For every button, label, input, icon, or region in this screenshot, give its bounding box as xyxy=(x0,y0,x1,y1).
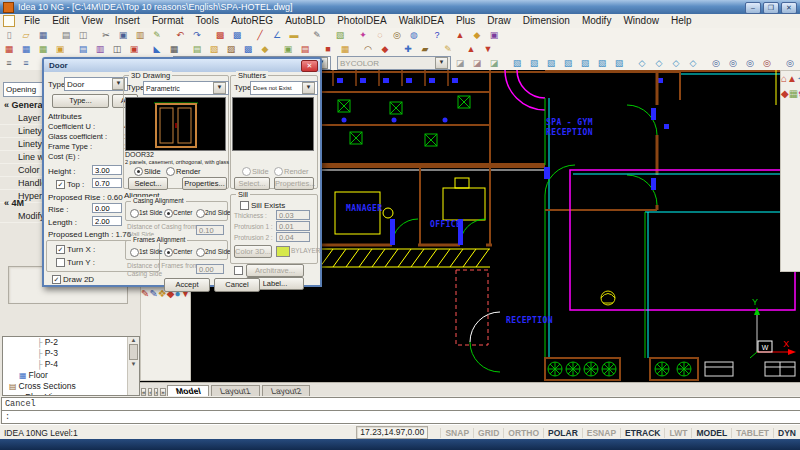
diamond-icon[interactable]: ◆ xyxy=(781,88,789,99)
color-combo[interactable]: BYCOLOR▼ xyxy=(337,56,451,70)
paste-icon[interactable]: ▥ xyxy=(132,28,148,42)
menu-item[interactable]: AutoBLD xyxy=(279,15,331,26)
roof-tool-icon[interactable]: ▲ xyxy=(787,73,797,84)
tree-item[interactable]: ▤Cross Sections xyxy=(3,381,139,392)
zoom-in-icon[interactable]: ◎ xyxy=(708,56,724,70)
maximize-button[interactable]: ❐ xyxy=(763,2,779,14)
zoom-out-icon[interactable]: ◎ xyxy=(725,56,741,70)
beam-icon[interactable]: ◆ xyxy=(257,42,273,56)
tree-item[interactable]: ├P-3 xyxy=(3,348,139,359)
cancel-button[interactable]: Cancel xyxy=(214,278,260,292)
grid-tool-icon[interactable]: ▦ xyxy=(789,88,798,99)
dialog-title[interactable]: Door xyxy=(44,59,320,72)
viewport-icon[interactable]: ◫ xyxy=(109,42,125,56)
arc-icon[interactable]: ◠ xyxy=(360,42,376,56)
close-button[interactable]: ✕ xyxy=(781,2,797,14)
door-icon[interactable]: ▦ xyxy=(35,42,51,56)
type-button[interactable]: Type... xyxy=(52,94,109,108)
toggle-ORTHO[interactable]: ORTHO xyxy=(503,428,543,438)
snap-settings-icon[interactable]: ▦ xyxy=(166,42,182,56)
tab-Model[interactable]: Model xyxy=(167,385,210,396)
view-icon[interactable]: ▣ xyxy=(126,42,142,56)
menu-item[interactable]: Tools xyxy=(190,15,225,26)
zoom-all-icon[interactable]: ◎ xyxy=(782,56,798,70)
frames-1st-radio[interactable] xyxy=(130,248,139,257)
menu-item[interactable]: Window xyxy=(617,15,665,26)
toggle-ESNAP[interactable]: ESNAP xyxy=(582,428,620,438)
tab-Layout1[interactable]: Layout1 xyxy=(211,385,259,396)
open-icon[interactable]: ▱ xyxy=(18,28,34,42)
tree-item[interactable]: ├P-4 xyxy=(3,359,139,370)
new-icon[interactable]: ▯ xyxy=(1,28,17,42)
menu-item[interactable]: Plus xyxy=(450,15,481,26)
format-painter-icon[interactable]: ✎ xyxy=(149,28,165,42)
toggle-ETRACK[interactable]: ETRACK xyxy=(620,428,664,438)
shade-gouraud-icon[interactable]: ◪ xyxy=(486,56,502,70)
view-ne-icon[interactable]: ▧ xyxy=(543,56,559,70)
view-front-icon[interactable]: ▧ xyxy=(594,56,610,70)
menu-item[interactable]: PhotoIDEA xyxy=(331,15,392,26)
roof-icon[interactable]: ▨ xyxy=(223,42,239,56)
zoom-previous-icon[interactable]: ◎ xyxy=(759,56,775,70)
settings-icon[interactable]: ▣ xyxy=(486,28,502,42)
draw-2d-checkbox[interactable]: ✓ xyxy=(52,275,61,284)
annotate-icon[interactable]: ✎ xyxy=(440,42,456,56)
turn-y-checkbox[interactable] xyxy=(56,258,65,267)
opening-icon[interactable]: ▦ xyxy=(18,42,34,56)
pen-icon[interactable]: ✎ xyxy=(149,288,157,299)
wall-icon[interactable]: ▦ xyxy=(1,42,17,56)
dialog-close-icon[interactable]: ✕ xyxy=(301,60,318,72)
iso-nw-icon[interactable]: ◇ xyxy=(685,56,701,70)
view-se-icon[interactable]: ▧ xyxy=(526,56,542,70)
grid-icon[interactable]: ▤ xyxy=(75,42,91,56)
dimension-icon[interactable]: ▰ xyxy=(417,42,433,56)
copy-entity-icon[interactable]: ▣ xyxy=(280,42,296,56)
top-input[interactable] xyxy=(92,178,122,188)
tab-nav-button[interactable]: › xyxy=(154,388,158,396)
tab-Layout2[interactable]: Layout2 xyxy=(262,385,310,396)
stairs-icon[interactable]: ▤ xyxy=(189,42,205,56)
casing-1st-radio[interactable] xyxy=(130,209,139,218)
3d-select-button[interactable]: Select... xyxy=(128,177,168,190)
view-nw-icon[interactable]: ▧ xyxy=(560,56,576,70)
redo-icon[interactable]: ↷ xyxy=(189,28,205,42)
layer-states-icon[interactable]: ▩ xyxy=(229,28,245,42)
ucs-icon[interactable]: ◣ xyxy=(149,42,165,56)
image-icon[interactable]: ▧ xyxy=(332,28,348,42)
menu-item[interactable]: Dimension xyxy=(517,15,576,26)
group-4m[interactable]: « 4M xyxy=(4,198,24,208)
undo-icon[interactable]: ↶ xyxy=(172,28,188,42)
iso-se-icon[interactable]: ◇ xyxy=(651,56,667,70)
menu-item[interactable]: Edit xyxy=(46,15,75,26)
toggle-MODEL[interactable]: MODEL xyxy=(691,428,731,438)
casing-2nd-radio[interactable] xyxy=(196,209,205,218)
menu-item[interactable]: Modify xyxy=(576,15,617,26)
toggle-GRID[interactable]: GRID xyxy=(473,428,503,438)
crosshair-icon[interactable]: ✚ xyxy=(400,42,416,56)
menu-item[interactable]: Draw xyxy=(481,15,516,26)
tab-nav-button[interactable]: ‹ xyxy=(148,388,152,396)
accept-button[interactable]: Accept xyxy=(164,278,210,292)
slide-radio[interactable] xyxy=(134,167,143,176)
menu-item[interactable]: AutoREG xyxy=(225,15,279,26)
menu-item[interactable]: Format xyxy=(146,15,190,26)
length-input[interactable] xyxy=(92,216,122,226)
table-icon[interactable]: ▥ xyxy=(92,42,108,56)
layer-manager-icon[interactable]: ▩ xyxy=(212,28,228,42)
sill-exists-checkbox[interactable] xyxy=(240,201,249,210)
toggle-SNAP[interactable]: SNAP xyxy=(440,428,473,438)
chevron-down-icon[interactable]: ▼ xyxy=(302,82,315,94)
menu-item[interactable]: Insert xyxy=(109,15,146,26)
door-type-combo[interactable]: Door▼ xyxy=(64,77,128,91)
view-back-icon[interactable]: ▧ xyxy=(611,56,627,70)
shade-icon[interactable]: ◪ xyxy=(452,56,468,70)
render-icon[interactable]: ✦ xyxy=(355,28,371,42)
rectangle-icon[interactable]: ▬ xyxy=(286,28,302,42)
down-icon[interactable]: ▼ xyxy=(480,42,496,56)
linetype-icon[interactable]: ≡ xyxy=(1,56,17,70)
edit-icon[interactable]: ✎ xyxy=(309,28,325,42)
architrave-checkbox[interactable] xyxy=(234,266,243,275)
camera-icon[interactable]: ◌ xyxy=(372,28,388,42)
view-top-icon[interactable]: ▧ xyxy=(577,56,593,70)
lineweight-icon[interactable]: ≡ xyxy=(18,56,34,70)
